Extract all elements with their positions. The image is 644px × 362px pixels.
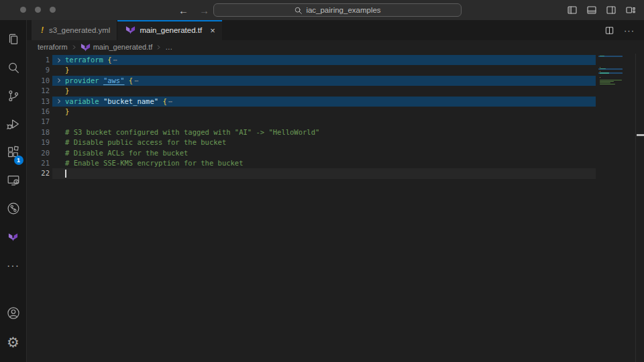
code-line-17[interactable]: 17 (27, 117, 644, 127)
line-number: 9 (27, 65, 52, 75)
activity-bar-item-settings[interactable]: ⚙ (0, 328, 27, 357)
toggle-secondary-sidebar-icon[interactable] (606, 5, 616, 15)
activity-bar-item-accounts[interactable] (0, 300, 27, 328)
code-line-9[interactable]: 9} (27, 65, 644, 75)
minimap[interactable] (598, 56, 623, 136)
breadcrumb-item[interactable]: main_generated.tf (80, 42, 153, 52)
activity-bar-item-remote-explorer[interactable] (0, 168, 27, 196)
line-number: 16 (27, 107, 52, 117)
activity-bar-item-gitlens[interactable] (0, 196, 27, 224)
toggle-panel-icon[interactable] (586, 5, 597, 15)
code-editor[interactable]: 1terraform {⋯9}10provider "aws" {⋯12}13v… (27, 54, 644, 362)
scrollbar[interactable] (635, 54, 644, 362)
settings-icon: ⚙ (7, 335, 19, 351)
scrollbar-cursor-mark (637, 134, 644, 136)
history-navigation: ← → (178, 0, 209, 20)
close-window-button[interactable] (20, 7, 26, 13)
explorer-icon (6, 32, 21, 50)
line-number: 22 (27, 168, 52, 178)
line-number: 18 (27, 127, 52, 137)
warning-icon: ! (40, 25, 45, 35)
close-tab-icon[interactable]: × (210, 26, 215, 35)
fold-chevron-icon[interactable] (52, 55, 65, 65)
search-box[interactable]: iac_pairing_examples (213, 3, 462, 17)
forward-arrow-icon[interactable]: → (199, 5, 209, 15)
code-line-21[interactable]: 21# Enable SSE-KMS encryption for the bu… (27, 158, 644, 168)
code-line-16[interactable]: 16} (27, 107, 644, 117)
line-number: 13 (27, 97, 52, 107)
split-editor-icon[interactable] (604, 25, 614, 36)
activity-bar-item-more-views[interactable]: ··· (0, 252, 27, 280)
extensions-badge: 1 (14, 156, 23, 165)
maximize-window-button[interactable] (50, 7, 56, 13)
run-debug-icon (6, 117, 21, 134)
back-arrow-icon[interactable]: ← (178, 5, 189, 15)
line-number: 21 (27, 158, 52, 168)
chevron-right-icon (156, 44, 162, 50)
title-bar: ← → iac_pairing_examples (0, 0, 644, 20)
activity-bar-item-extensions[interactable]: 1 (0, 139, 27, 168)
editor-group: !s3_generated.ymlmain_generated.tf× ··· … (27, 20, 644, 362)
breadcrumb-item[interactable]: terraform (38, 43, 68, 51)
line-number: 12 (27, 86, 52, 96)
more-actions-icon[interactable]: ··· (624, 25, 635, 36)
code-line-12[interactable]: 12} (27, 86, 644, 96)
text-cursor (65, 170, 66, 178)
code-line-22[interactable]: 22 (27, 168, 644, 178)
breadcrumb: terraformmain_generated.tf… (27, 40, 644, 54)
breadcrumb-item[interactable]: … (165, 43, 172, 51)
editor-actions: ··· (604, 20, 635, 40)
line-number: 1 (27, 55, 52, 65)
code-line-13[interactable]: 13variable "bucket_name" {⋯ (27, 97, 644, 107)
code-line-19[interactable]: 19# Disable public access for the bucket (27, 137, 644, 147)
minimize-window-button[interactable] (35, 7, 41, 13)
line-number: 20 (27, 148, 52, 158)
terraform-icon (80, 42, 91, 52)
accounts-icon (6, 306, 21, 323)
toggle-primary-sidebar-icon[interactable] (567, 5, 578, 15)
layout-controls (567, 0, 636, 20)
activity-bar-item-explorer[interactable] (0, 27, 27, 55)
remote-explorer-icon (6, 173, 21, 190)
activity-bar-item-search[interactable] (0, 55, 27, 83)
fold-chevron-icon[interactable] (52, 76, 65, 86)
chevron-right-icon (71, 44, 77, 50)
code-line-1[interactable]: 1terraform {⋯ (27, 55, 644, 65)
fold-chevron-icon[interactable] (52, 97, 65, 107)
more-views-icon: ··· (7, 260, 19, 272)
tab-main_generated.tf[interactable]: main_generated.tf× (117, 20, 221, 40)
tab-bar: !s3_generated.ymlmain_generated.tf× ··· (27, 20, 644, 40)
tab-label: s3_generated.yml (49, 26, 110, 34)
line-number: 19 (27, 137, 52, 147)
activity-bar: 1··· ⚙ (0, 20, 27, 362)
vscode-window: ← → iac_pairing_examples 1··· ⚙ (0, 0, 644, 362)
terraform-icon (8, 232, 18, 245)
code-line-18[interactable]: 18# S3 bucket configured with tagged wit… (27, 127, 644, 137)
activity-bar-item-terraform[interactable] (0, 224, 27, 252)
line-number: 10 (27, 76, 52, 86)
activity-bar-item-source-control[interactable] (0, 83, 27, 111)
window-controls (20, 7, 56, 13)
tab-s3_generated.yml[interactable]: !s3_generated.yml (32, 20, 117, 40)
search-text: iac_pairing_examples (306, 6, 380, 14)
code-line-20[interactable]: 20# Disable ACLs for the bucket (27, 148, 644, 158)
source-control-icon (6, 88, 21, 106)
search-icon (6, 60, 21, 78)
tab-label: main_generated.tf (140, 26, 202, 34)
terraform-icon (125, 25, 136, 36)
activity-bar-item-run-debug[interactable] (0, 111, 27, 139)
search-icon (294, 6, 303, 15)
customize-layout-icon[interactable] (625, 5, 636, 15)
code-line-10[interactable]: 10provider "aws" {⋯ (27, 76, 644, 86)
gitlens-icon (6, 201, 21, 219)
line-number: 17 (27, 117, 52, 127)
